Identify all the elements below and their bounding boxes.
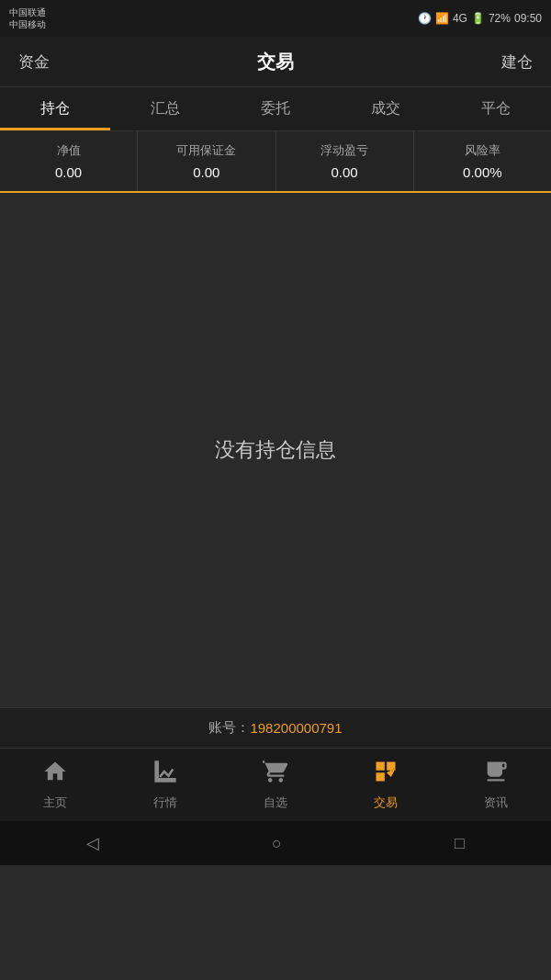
tab-bar: 持仓 汇总 委托 成交 平仓 — [0, 87, 551, 131]
nav-watchlist[interactable]: 自选 — [220, 749, 331, 821]
tab-trades[interactable]: 成交 — [331, 87, 441, 130]
battery-icon: 🔋 — [471, 12, 485, 25]
open-position-button[interactable]: 建仓 — [459, 51, 533, 73]
back-button[interactable]: ◁ — [86, 833, 99, 853]
chart-icon — [152, 759, 178, 791]
nav-home-label: 主页 — [43, 794, 67, 811]
risk-rate-label: 风险率 — [420, 142, 545, 159]
risk-rate: 0.00% — [420, 164, 545, 180]
status-right: 🕐 📶 4G 🔋 72% 09:50 — [418, 12, 542, 25]
summary-row: 净值 0.00 可用保证金 0.00 浮动盈亏 0.00 风险率 0.00% — [0, 131, 551, 193]
net-value-label: 净值 — [6, 142, 131, 159]
account-label: 账号： — [208, 719, 250, 737]
nav-market-label: 行情 — [153, 794, 177, 811]
tab-summary[interactable]: 汇总 — [110, 87, 220, 130]
news-icon — [483, 759, 509, 791]
battery-level: 72% — [489, 12, 511, 25]
signal-4g-icon: 4G — [453, 12, 467, 25]
available-margin: 0.00 — [143, 164, 269, 180]
account-bar: 账号： 198200000791 — [0, 707, 551, 748]
status-bar: 中国联通 中国移动 🕐 📶 4G 🔋 72% 09:50 — [0, 0, 551, 37]
clock-icon: 🕐 — [418, 12, 432, 25]
recent-apps-button[interactable]: □ — [455, 834, 465, 853]
floating-pnl-label: 浮动盈亏 — [282, 142, 408, 159]
trade-icon — [373, 759, 399, 791]
home-button[interactable]: ○ — [272, 834, 282, 853]
carrier-info: 中国联通 中国移动 — [9, 6, 46, 30]
nav-market[interactable]: 行情 — [110, 749, 220, 821]
net-value-cell: 净值 0.00 — [0, 131, 138, 191]
floating-pnl-cell: 浮动盈亏 0.00 — [276, 131, 414, 191]
risk-rate-cell: 风险率 0.00% — [414, 131, 551, 191]
tab-orders[interactable]: 委托 — [220, 87, 331, 130]
available-margin-label: 可用保证金 — [143, 142, 269, 159]
home-icon — [42, 759, 68, 791]
nav-trade[interactable]: 交易 — [331, 749, 441, 821]
carrier1: 中国联通 — [9, 6, 46, 18]
net-value: 0.00 — [6, 164, 131, 180]
sys-nav: ◁ ○ □ — [0, 821, 551, 865]
nav-trade-label: 交易 — [374, 794, 398, 811]
funds-button[interactable]: 资金 — [18, 51, 92, 73]
tab-close[interactable]: 平仓 — [441, 87, 551, 130]
available-margin-cell: 可用保证金 0.00 — [138, 131, 276, 191]
content-area: 没有持仓信息 — [0, 193, 551, 707]
signal-wifi-icon: 📶 — [435, 12, 449, 25]
top-nav: 资金 交易 建仓 — [0, 37, 551, 87]
account-number: 198200000791 — [250, 720, 342, 736]
nav-news[interactable]: 资讯 — [441, 749, 551, 821]
nav-home[interactable]: 主页 — [0, 749, 110, 821]
nav-news-label: 资讯 — [484, 794, 508, 811]
time-display: 09:50 — [514, 12, 542, 25]
carrier2: 中国移动 — [9, 18, 46, 30]
empty-message: 没有持仓信息 — [215, 436, 336, 464]
nav-watchlist-label: 自选 — [264, 794, 287, 811]
floating-pnl: 0.00 — [282, 164, 408, 180]
page-title: 交易 — [257, 50, 294, 74]
bottom-nav: 主页 行情 自选 交易 — [0, 748, 551, 821]
tab-holdings[interactable]: 持仓 — [0, 87, 110, 130]
cart-icon — [263, 759, 288, 791]
